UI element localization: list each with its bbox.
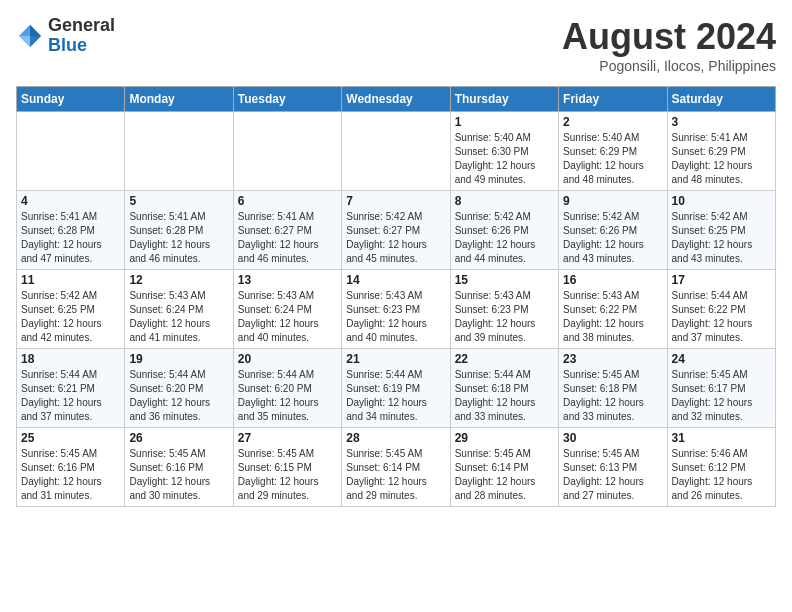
svg-marker-3 bbox=[30, 36, 41, 47]
day-info: Sunrise: 5:43 AMSunset: 6:24 PMDaylight:… bbox=[129, 289, 228, 345]
calendar-cell: 22Sunrise: 5:44 AMSunset: 6:18 PMDayligh… bbox=[450, 349, 558, 428]
column-header-saturday: Saturday bbox=[667, 87, 775, 112]
day-number: 9 bbox=[563, 194, 662, 208]
day-info: Sunrise: 5:40 AMSunset: 6:30 PMDaylight:… bbox=[455, 131, 554, 187]
location-subtitle: Pogonsili, Ilocos, Philippines bbox=[562, 58, 776, 74]
calendar-cell: 26Sunrise: 5:45 AMSunset: 6:16 PMDayligh… bbox=[125, 428, 233, 507]
day-number: 25 bbox=[21, 431, 120, 445]
day-info: Sunrise: 5:44 AMSunset: 6:20 PMDaylight:… bbox=[129, 368, 228, 424]
day-info: Sunrise: 5:44 AMSunset: 6:22 PMDaylight:… bbox=[672, 289, 771, 345]
calendar-cell: 2Sunrise: 5:40 AMSunset: 6:29 PMDaylight… bbox=[559, 112, 667, 191]
day-info: Sunrise: 5:42 AMSunset: 6:25 PMDaylight:… bbox=[21, 289, 120, 345]
day-info: Sunrise: 5:41 AMSunset: 6:29 PMDaylight:… bbox=[672, 131, 771, 187]
logo-general-text: General bbox=[48, 15, 115, 35]
day-number: 16 bbox=[563, 273, 662, 287]
calendar-cell: 11Sunrise: 5:42 AMSunset: 6:25 PMDayligh… bbox=[17, 270, 125, 349]
calendar-week-row: 1Sunrise: 5:40 AMSunset: 6:30 PMDaylight… bbox=[17, 112, 776, 191]
day-info: Sunrise: 5:42 AMSunset: 6:26 PMDaylight:… bbox=[563, 210, 662, 266]
day-number: 15 bbox=[455, 273, 554, 287]
calendar-cell: 8Sunrise: 5:42 AMSunset: 6:26 PMDaylight… bbox=[450, 191, 558, 270]
day-number: 2 bbox=[563, 115, 662, 129]
calendar-cell: 28Sunrise: 5:45 AMSunset: 6:14 PMDayligh… bbox=[342, 428, 450, 507]
calendar-cell: 23Sunrise: 5:45 AMSunset: 6:18 PMDayligh… bbox=[559, 349, 667, 428]
calendar-cell: 14Sunrise: 5:43 AMSunset: 6:23 PMDayligh… bbox=[342, 270, 450, 349]
calendar-table: SundayMondayTuesdayWednesdayThursdayFrid… bbox=[16, 86, 776, 507]
day-number: 8 bbox=[455, 194, 554, 208]
day-number: 5 bbox=[129, 194, 228, 208]
calendar-cell: 6Sunrise: 5:41 AMSunset: 6:27 PMDaylight… bbox=[233, 191, 341, 270]
day-number: 17 bbox=[672, 273, 771, 287]
day-info: Sunrise: 5:43 AMSunset: 6:23 PMDaylight:… bbox=[346, 289, 445, 345]
day-info: Sunrise: 5:41 AMSunset: 6:28 PMDaylight:… bbox=[129, 210, 228, 266]
logo-icon bbox=[16, 22, 44, 50]
calendar-body: 1Sunrise: 5:40 AMSunset: 6:30 PMDaylight… bbox=[17, 112, 776, 507]
calendar-cell: 27Sunrise: 5:45 AMSunset: 6:15 PMDayligh… bbox=[233, 428, 341, 507]
day-number: 22 bbox=[455, 352, 554, 366]
day-info: Sunrise: 5:45 AMSunset: 6:14 PMDaylight:… bbox=[346, 447, 445, 503]
calendar-cell: 10Sunrise: 5:42 AMSunset: 6:25 PMDayligh… bbox=[667, 191, 775, 270]
calendar-cell: 3Sunrise: 5:41 AMSunset: 6:29 PMDaylight… bbox=[667, 112, 775, 191]
day-number: 27 bbox=[238, 431, 337, 445]
day-info: Sunrise: 5:41 AMSunset: 6:28 PMDaylight:… bbox=[21, 210, 120, 266]
day-info: Sunrise: 5:45 AMSunset: 6:16 PMDaylight:… bbox=[21, 447, 120, 503]
day-number: 29 bbox=[455, 431, 554, 445]
column-header-monday: Monday bbox=[125, 87, 233, 112]
day-info: Sunrise: 5:42 AMSunset: 6:26 PMDaylight:… bbox=[455, 210, 554, 266]
calendar-cell: 4Sunrise: 5:41 AMSunset: 6:28 PMDaylight… bbox=[17, 191, 125, 270]
svg-marker-0 bbox=[30, 25, 41, 36]
calendar-week-row: 18Sunrise: 5:44 AMSunset: 6:21 PMDayligh… bbox=[17, 349, 776, 428]
calendar-cell: 13Sunrise: 5:43 AMSunset: 6:24 PMDayligh… bbox=[233, 270, 341, 349]
day-number: 14 bbox=[346, 273, 445, 287]
calendar-cell: 21Sunrise: 5:44 AMSunset: 6:19 PMDayligh… bbox=[342, 349, 450, 428]
day-info: Sunrise: 5:45 AMSunset: 6:18 PMDaylight:… bbox=[563, 368, 662, 424]
calendar-cell bbox=[342, 112, 450, 191]
day-number: 13 bbox=[238, 273, 337, 287]
day-number: 18 bbox=[21, 352, 120, 366]
calendar-cell: 9Sunrise: 5:42 AMSunset: 6:26 PMDaylight… bbox=[559, 191, 667, 270]
day-info: Sunrise: 5:43 AMSunset: 6:22 PMDaylight:… bbox=[563, 289, 662, 345]
day-info: Sunrise: 5:45 AMSunset: 6:13 PMDaylight:… bbox=[563, 447, 662, 503]
svg-marker-2 bbox=[19, 36, 30, 47]
calendar-cell: 20Sunrise: 5:44 AMSunset: 6:20 PMDayligh… bbox=[233, 349, 341, 428]
day-number: 20 bbox=[238, 352, 337, 366]
svg-marker-1 bbox=[19, 25, 30, 36]
day-info: Sunrise: 5:44 AMSunset: 6:21 PMDaylight:… bbox=[21, 368, 120, 424]
calendar-cell: 24Sunrise: 5:45 AMSunset: 6:17 PMDayligh… bbox=[667, 349, 775, 428]
calendar-cell: 15Sunrise: 5:43 AMSunset: 6:23 PMDayligh… bbox=[450, 270, 558, 349]
calendar-cell: 18Sunrise: 5:44 AMSunset: 6:21 PMDayligh… bbox=[17, 349, 125, 428]
calendar-cell: 29Sunrise: 5:45 AMSunset: 6:14 PMDayligh… bbox=[450, 428, 558, 507]
day-info: Sunrise: 5:42 AMSunset: 6:25 PMDaylight:… bbox=[672, 210, 771, 266]
page-header: General Blue August 2024 Pogonsili, Iloc… bbox=[16, 16, 776, 74]
day-number: 6 bbox=[238, 194, 337, 208]
calendar-cell: 7Sunrise: 5:42 AMSunset: 6:27 PMDaylight… bbox=[342, 191, 450, 270]
day-number: 24 bbox=[672, 352, 771, 366]
day-info: Sunrise: 5:46 AMSunset: 6:12 PMDaylight:… bbox=[672, 447, 771, 503]
column-header-thursday: Thursday bbox=[450, 87, 558, 112]
calendar-cell bbox=[125, 112, 233, 191]
calendar-cell: 12Sunrise: 5:43 AMSunset: 6:24 PMDayligh… bbox=[125, 270, 233, 349]
day-number: 7 bbox=[346, 194, 445, 208]
day-info: Sunrise: 5:40 AMSunset: 6:29 PMDaylight:… bbox=[563, 131, 662, 187]
day-number: 26 bbox=[129, 431, 228, 445]
title-block: August 2024 Pogonsili, Ilocos, Philippin… bbox=[562, 16, 776, 74]
day-info: Sunrise: 5:44 AMSunset: 6:20 PMDaylight:… bbox=[238, 368, 337, 424]
day-number: 19 bbox=[129, 352, 228, 366]
day-info: Sunrise: 5:43 AMSunset: 6:24 PMDaylight:… bbox=[238, 289, 337, 345]
calendar-cell: 17Sunrise: 5:44 AMSunset: 6:22 PMDayligh… bbox=[667, 270, 775, 349]
column-header-wednesday: Wednesday bbox=[342, 87, 450, 112]
calendar-cell: 25Sunrise: 5:45 AMSunset: 6:16 PMDayligh… bbox=[17, 428, 125, 507]
day-number: 30 bbox=[563, 431, 662, 445]
calendar-cell: 30Sunrise: 5:45 AMSunset: 6:13 PMDayligh… bbox=[559, 428, 667, 507]
day-info: Sunrise: 5:42 AMSunset: 6:27 PMDaylight:… bbox=[346, 210, 445, 266]
calendar-cell bbox=[233, 112, 341, 191]
calendar-cell: 16Sunrise: 5:43 AMSunset: 6:22 PMDayligh… bbox=[559, 270, 667, 349]
calendar-cell: 1Sunrise: 5:40 AMSunset: 6:30 PMDaylight… bbox=[450, 112, 558, 191]
column-header-sunday: Sunday bbox=[17, 87, 125, 112]
day-info: Sunrise: 5:43 AMSunset: 6:23 PMDaylight:… bbox=[455, 289, 554, 345]
column-header-friday: Friday bbox=[559, 87, 667, 112]
day-info: Sunrise: 5:44 AMSunset: 6:19 PMDaylight:… bbox=[346, 368, 445, 424]
day-number: 3 bbox=[672, 115, 771, 129]
logo-blue-text: Blue bbox=[48, 35, 87, 55]
day-info: Sunrise: 5:45 AMSunset: 6:16 PMDaylight:… bbox=[129, 447, 228, 503]
month-year-title: August 2024 bbox=[562, 16, 776, 58]
